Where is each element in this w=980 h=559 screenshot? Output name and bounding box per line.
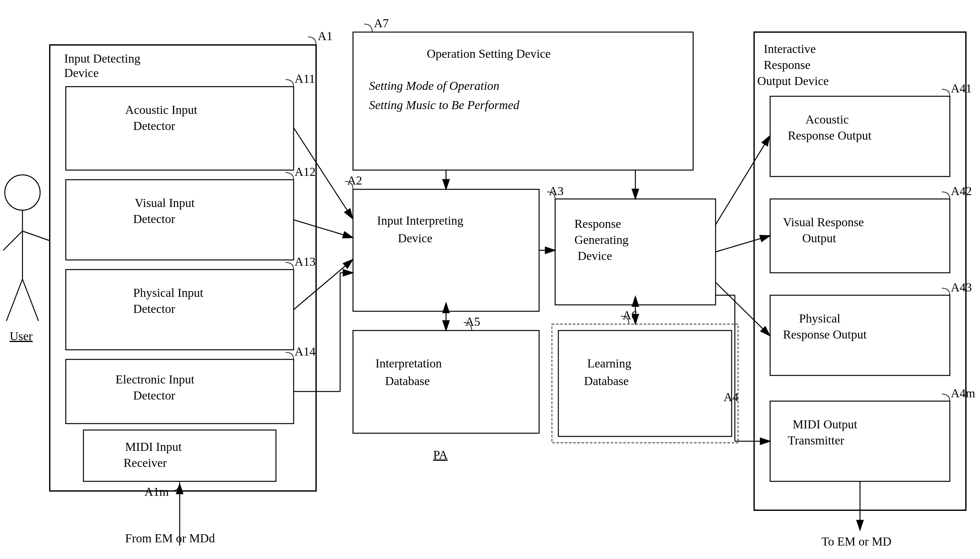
- midi-input-label2: Receiver: [124, 456, 167, 470]
- midi-input-label1: MIDI Input: [125, 440, 182, 453]
- input-interpreting-label2: Device: [398, 232, 433, 245]
- operation-setting-label1: Operation Setting Device: [427, 47, 550, 60]
- operation-setting-label3: Setting Music to Be Performed: [369, 98, 520, 112]
- from-em-label: From EM or MDd: [125, 531, 215, 545]
- a5-label: A5: [465, 315, 480, 328]
- response-generating-label3: Device: [578, 249, 612, 263]
- visual-response-label1: Visual Response: [783, 215, 864, 229]
- visual-input-detector-box: [66, 180, 294, 260]
- input-detecting-device-label1: Input Detecting: [64, 52, 140, 65]
- to-em-label: To EM or MD: [821, 534, 891, 548]
- midi-output-label1: MIDI Output: [793, 417, 858, 431]
- operation-setting-label2: Setting Mode of Operation: [369, 79, 499, 93]
- interpretation-database-box: [353, 331, 539, 433]
- acoustic-response-label1: Acoustic: [805, 112, 849, 126]
- input-detecting-device-label2: Device: [64, 66, 99, 79]
- input-interpreting-label1: Input Interpreting: [377, 214, 463, 227]
- a1-label: A1: [318, 29, 332, 43]
- a2-label: A2: [347, 174, 362, 187]
- diagram-container: Input Detecting Device A1 Acoustic Input…: [0, 0, 980, 559]
- electronic-label1: Electronic Input: [116, 372, 195, 386]
- a41-label: A41: [951, 81, 972, 95]
- physical-response-label2: Response Output: [783, 327, 867, 341]
- a13-label: A13: [294, 255, 316, 268]
- interpretation-db-label2: Database: [385, 374, 430, 388]
- svg-line-6: [23, 231, 50, 241]
- visual-response-label2: Output: [802, 232, 836, 245]
- interactive-response-label2: Response: [764, 58, 811, 71]
- physical-input-detector-box: [66, 270, 294, 350]
- response-generating-label1: Response: [574, 217, 621, 230]
- midi-output-label2: Transmitter: [788, 433, 844, 447]
- a42-label: A42: [951, 184, 972, 198]
- electronic-label2: Detector: [133, 389, 175, 402]
- a1m-label: A1m: [144, 485, 169, 498]
- interactive-response-label1: Interactive: [764, 42, 816, 56]
- physical-label1: Physical Input: [133, 286, 203, 299]
- interpretation-db-label1: Interpretation: [375, 357, 442, 370]
- learning-db-label1: Learning: [587, 357, 631, 370]
- user-label: User: [10, 329, 33, 343]
- a11-label: A11: [294, 72, 315, 85]
- pa-label: PA: [433, 448, 448, 461]
- physical-label2: Detector: [133, 302, 175, 316]
- visual-label1: Visual Input: [135, 196, 195, 210]
- electronic-input-detector-box: [66, 359, 294, 423]
- svg-line-5: [3, 231, 23, 250]
- a4m-label: A4m: [951, 386, 975, 400]
- learning-db-label2: Database: [584, 374, 629, 388]
- a14-label: A14: [294, 345, 316, 358]
- midi-input-receiver-box: [83, 430, 276, 481]
- physical-response-label1: Physical: [799, 312, 840, 325]
- a3-label: A3: [549, 184, 564, 198]
- user-head: [5, 175, 40, 210]
- interactive-response-label3: Output Device: [757, 74, 829, 88]
- input-interpreting-device-box: [353, 189, 539, 311]
- a12-label: A12: [294, 165, 316, 179]
- acoustic-input-detector-box: [66, 87, 294, 170]
- a4-label: A4: [724, 390, 739, 404]
- response-generating-label2: Generating: [574, 233, 629, 246]
- svg-line-7: [7, 279, 23, 321]
- a43-label: A43: [951, 281, 972, 294]
- acoustic-response-label2: Response Output: [788, 129, 871, 142]
- svg-line-8: [23, 279, 38, 321]
- acoustic-label2: Detector: [133, 119, 175, 132]
- visual-label2: Detector: [133, 212, 175, 226]
- acoustic-label1: Acoustic Input: [125, 103, 197, 116]
- a7-label: A7: [374, 17, 388, 30]
- visual-response-output-box: [770, 199, 950, 273]
